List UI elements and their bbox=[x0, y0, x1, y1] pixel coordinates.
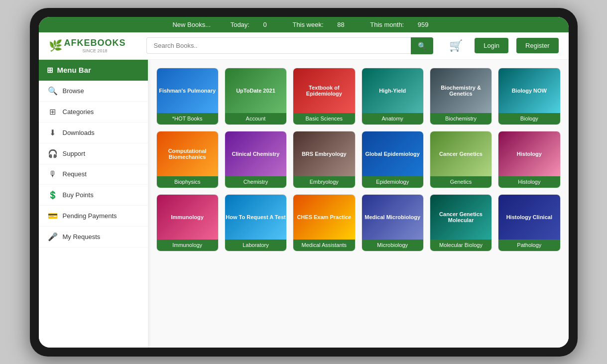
book-label-16: Microbiology bbox=[362, 240, 423, 251]
menu-bar-label: Menu Bar bbox=[57, 66, 91, 74]
book-card-13[interactable]: ImmunologyImmunology bbox=[156, 194, 219, 251]
book-card-2[interactable]: UpToDate 2021Account bbox=[225, 68, 287, 125]
login-button[interactable]: Login bbox=[475, 38, 508, 53]
book-cover-16: Medical Microbiology bbox=[362, 195, 423, 240]
sidebar-item-downloads[interactable]: ⬇ Downloads bbox=[39, 122, 148, 143]
pending-payments-label: Pending Payments bbox=[63, 212, 117, 220]
book-card-3[interactable]: Textbook of EpidemiologyBasic Sciences bbox=[293, 68, 355, 125]
book-label-13: Immunology bbox=[157, 240, 218, 251]
logo-icon: 🌿 bbox=[49, 39, 62, 52]
my-requests-label: My Requests bbox=[63, 233, 101, 241]
book-card-1[interactable]: Fishman's Pulmonary*HOT Books bbox=[156, 68, 219, 125]
book-card-18[interactable]: Histology ClinicalPathology bbox=[498, 194, 560, 251]
sidebar-item-categories[interactable]: ⊞ Categories bbox=[39, 102, 148, 122]
book-card-8[interactable]: Clinical ChemistryChemistry bbox=[225, 131, 287, 188]
sidebar-header: ⊞ Menu Bar bbox=[39, 60, 148, 81]
support-icon: 🎧 bbox=[48, 149, 58, 158]
book-card-15[interactable]: CHES Exam PracticeMedical Assistants bbox=[293, 194, 355, 251]
book-card-16[interactable]: Medical MicrobiologyMicrobiology bbox=[362, 194, 424, 251]
book-label-15: Medical Assistants bbox=[293, 240, 355, 251]
top-banner: New Books... Today: 0 This week: 88 This… bbox=[39, 17, 569, 32]
browse-icon: 🔍 bbox=[48, 86, 58, 96]
sidebar-item-my-requests[interactable]: 🎤 My Requests bbox=[39, 227, 148, 247]
book-label-14: Laboratory bbox=[225, 240, 286, 251]
book-card-5[interactable]: Biochemistry & GeneticsBiochemistry bbox=[430, 68, 492, 125]
tablet-inner: New Books... Today: 0 This week: 88 This… bbox=[39, 17, 569, 348]
sidebar: ⊞ Menu Bar 🔍 Browse ⊞ Categories ⬇ Downl… bbox=[39, 60, 148, 348]
my-requests-icon: 🎤 bbox=[48, 232, 58, 242]
book-cover-3: Textbook of Epidemiology bbox=[293, 68, 355, 113]
book-label-3: Basic Sciences bbox=[293, 113, 355, 124]
sidebar-item-pending-payments[interactable]: 💳 Pending Payments bbox=[39, 206, 148, 227]
book-cover-17: Cancer Genetics Molecular bbox=[430, 195, 491, 240]
downloads-icon: ⬇ bbox=[48, 128, 58, 137]
book-cover-8: Clinical Chemistry bbox=[225, 131, 286, 176]
book-cover-6: Biology NOW bbox=[498, 68, 560, 113]
book-label-9: Embryology bbox=[293, 176, 355, 188]
book-card-17[interactable]: Cancer Genetics MolecularMolecular Biolo… bbox=[430, 194, 492, 251]
book-cover-4: High-Yield bbox=[362, 68, 423, 113]
book-card-11[interactable]: Cancer GeneticsGenetics bbox=[430, 131, 492, 188]
cart-icon[interactable]: 🛒 bbox=[449, 39, 463, 52]
sidebar-item-request[interactable]: 🎙 Request bbox=[39, 164, 148, 185]
book-label-2: Account bbox=[225, 113, 286, 124]
book-cover-7: Computational Biomechanics bbox=[157, 131, 218, 176]
book-label-1: *HOT Books bbox=[157, 113, 218, 124]
categories-icon: ⊞ bbox=[48, 107, 58, 117]
book-card-9[interactable]: BRS EmbryologyEmbryology bbox=[293, 131, 355, 188]
new-books-label[interactable]: New Books... bbox=[172, 21, 211, 28]
search-button[interactable]: 🔍 bbox=[411, 37, 433, 54]
today-stat: Today: 0 bbox=[225, 21, 275, 28]
book-cover-5: Biochemistry & Genetics bbox=[430, 68, 491, 113]
book-label-8: Chemistry bbox=[225, 176, 286, 188]
week-stat: This week: 88 bbox=[286, 21, 352, 28]
book-card-6[interactable]: Biology NOWBiology bbox=[498, 68, 560, 125]
book-label-17: Molecular Biology bbox=[430, 240, 491, 251]
book-label-10: Epidemiology bbox=[362, 176, 423, 188]
sidebar-item-support[interactable]: 🎧 Support bbox=[39, 143, 148, 164]
register-button[interactable]: Register bbox=[516, 38, 558, 53]
book-cover-12: Histology bbox=[498, 131, 560, 176]
buy-points-icon: 💲 bbox=[48, 190, 58, 200]
buy-points-label: Buy Points bbox=[63, 191, 94, 199]
logo-area: 🌿 AFKEBOOKS SINCE 2018 bbox=[49, 38, 138, 53]
search-area: 🔍 bbox=[146, 37, 434, 54]
book-cover-11: Cancer Genetics bbox=[430, 131, 491, 176]
menu-grid-icon: ⊞ bbox=[47, 66, 53, 75]
book-cover-10: Global Epidemiology bbox=[362, 131, 423, 176]
logo-text: AFKEBOOKS bbox=[64, 38, 126, 48]
book-cover-1: Fishman's Pulmonary bbox=[157, 68, 218, 113]
book-label-18: Pathology bbox=[498, 240, 560, 251]
support-label: Support bbox=[63, 150, 86, 157]
book-label-4: Anatomy bbox=[362, 113, 423, 124]
tablet-frame: New Books... Today: 0 This week: 88 This… bbox=[30, 8, 578, 357]
book-label-5: Biochemistry bbox=[430, 113, 491, 124]
pending-payments-icon: 💳 bbox=[48, 211, 58, 221]
request-icon: 🎙 bbox=[48, 170, 58, 179]
request-label: Request bbox=[63, 170, 87, 178]
book-cover-18: Histology Clinical bbox=[498, 195, 560, 240]
book-cover-13: Immunology bbox=[157, 195, 218, 240]
content-area: Fishman's Pulmonary*HOT BooksUpToDate 20… bbox=[148, 60, 569, 348]
book-label-6: Biology bbox=[498, 113, 560, 124]
book-card-14[interactable]: How To Request A TestLaboratory bbox=[225, 194, 287, 251]
browse-label: Browse bbox=[63, 87, 84, 95]
header: 🌿 AFKEBOOKS SINCE 2018 🔍 🛒 Login Registe… bbox=[39, 32, 569, 60]
book-cover-9: BRS Embryology bbox=[293, 131, 355, 176]
sidebar-item-browse[interactable]: 🔍 Browse bbox=[39, 81, 148, 102]
book-label-7: Biophysics bbox=[157, 176, 218, 188]
book-cover-15: CHES Exam Practice bbox=[293, 195, 355, 240]
month-stat: This month: 959 bbox=[364, 21, 434, 28]
categories-label: Categories bbox=[63, 108, 94, 116]
book-card-10[interactable]: Global EpidemiologyEpidemiology bbox=[362, 131, 424, 188]
book-label-11: Genetics bbox=[430, 176, 491, 188]
book-cover-2: UpToDate 2021 bbox=[225, 68, 286, 113]
logo-sub: SINCE 2018 bbox=[64, 48, 126, 53]
search-input[interactable] bbox=[146, 37, 411, 54]
sidebar-item-buy-points[interactable]: 💲 Buy Points bbox=[39, 185, 148, 206]
book-card-7[interactable]: Computational BiomechanicsBiophysics bbox=[156, 131, 219, 188]
book-label-12: Histology bbox=[498, 176, 560, 188]
downloads-label: Downloads bbox=[63, 129, 95, 136]
book-card-4[interactable]: High-YieldAnatomy bbox=[362, 68, 424, 125]
book-card-12[interactable]: HistologyHistology bbox=[498, 131, 560, 188]
